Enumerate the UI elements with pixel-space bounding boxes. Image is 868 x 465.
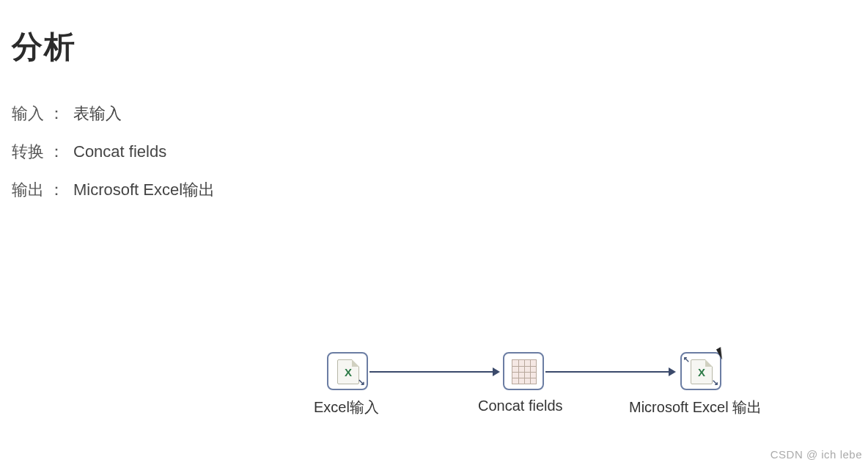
arrow-1-head-icon	[493, 367, 500, 376]
excel-file-icon: X	[691, 359, 713, 384]
input-arrow-icon: ↘	[358, 377, 365, 387]
flow-diagram: X ↘ Excel输入 Concat fields ↘ X ↘ Microsof…	[0, 352, 868, 447]
node-concat-fields-label: Concat fields	[478, 398, 563, 414]
output-arrow-top-icon: ↘	[683, 355, 690, 365]
separator: ：	[48, 180, 69, 199]
node-concat-fields[interactable]	[503, 352, 544, 390]
node-excel-output[interactable]: ↘ X ↘	[680, 352, 721, 390]
arrow-2-line	[545, 371, 670, 373]
spec-transform-value: Concat fields	[73, 142, 166, 161]
arrow-2-head-icon	[669, 367, 676, 376]
spec-transform-row: 转换：Concat fields	[12, 141, 215, 163]
node-excel-input[interactable]: X ↘	[327, 352, 368, 390]
spec-output-row: 输出：Microsoft Excel输出	[12, 179, 215, 201]
spec-output-label: 输出	[12, 180, 44, 199]
excel-file-icon: X	[337, 359, 359, 384]
excel-x-marker: X	[698, 366, 705, 378]
spec-input-row: 输入：表输入	[12, 103, 215, 125]
excel-x-marker: X	[345, 366, 352, 378]
node-excel-input-label: Excel输入	[314, 398, 379, 417]
grid-icon	[512, 359, 537, 384]
output-arrow-bottom-icon: ↘	[712, 378, 718, 387]
cursor-icon	[716, 345, 731, 360]
spec-transform-label: 转换	[12, 142, 44, 161]
node-excel-output-label: Microsoft Excel 输出	[629, 398, 762, 417]
separator: ：	[48, 104, 69, 122]
spec-output-value: Microsoft Excel输出	[73, 180, 215, 199]
arrow-1-line	[369, 371, 494, 373]
watermark-text: CSDN @ ich lebe	[770, 448, 862, 461]
separator: ：	[48, 142, 69, 161]
spec-list: 输入：表输入 转换：Concat fields 输出：Microsoft Exc…	[12, 103, 215, 217]
spec-input-value: 表输入	[73, 104, 122, 122]
page-title: 分析	[12, 26, 76, 67]
spec-input-label: 输入	[12, 104, 44, 122]
